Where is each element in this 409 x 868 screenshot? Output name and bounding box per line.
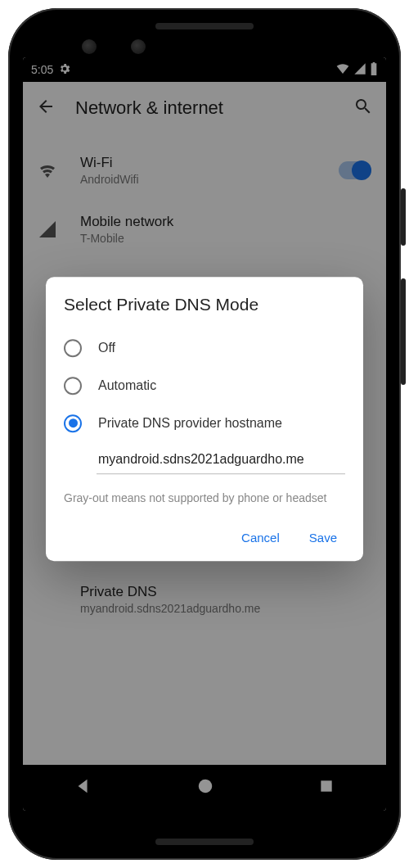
front-camera xyxy=(131,39,146,54)
dialog-title: Select Private DNS Mode xyxy=(64,295,345,314)
dns-option-hostname[interactable]: Private DNS provider hostname xyxy=(64,405,345,442)
dns-option-off[interactable]: Off xyxy=(64,329,345,367)
dns-option-automatic[interactable]: Automatic xyxy=(64,367,345,405)
volume-button xyxy=(401,278,406,385)
screen: 5:05 Network & internet xyxy=(23,57,386,811)
dns-hostname-input[interactable] xyxy=(97,445,345,474)
power-button xyxy=(401,188,406,246)
radio-icon xyxy=(64,377,82,395)
save-button[interactable]: Save xyxy=(306,524,340,551)
speaker-bottom xyxy=(155,839,254,845)
cancel-button[interactable]: Cancel xyxy=(238,524,283,551)
dns-option-hostname-label: Private DNS provider hostname xyxy=(98,416,282,431)
speaker-top xyxy=(155,23,254,29)
phone-frame: 5:05 Network & internet xyxy=(8,8,401,860)
dns-option-automatic-label: Automatic xyxy=(98,378,156,393)
front-camera xyxy=(82,39,97,54)
radio-icon xyxy=(64,414,82,432)
dialog-hint: Gray-out means not supported by phone or… xyxy=(64,491,345,507)
private-dns-dialog: Select Private DNS Mode Off Automatic Pr… xyxy=(46,277,363,562)
dns-option-off-label: Off xyxy=(98,341,115,355)
dialog-actions: Cancel Save xyxy=(64,524,345,551)
radio-icon xyxy=(64,339,82,357)
